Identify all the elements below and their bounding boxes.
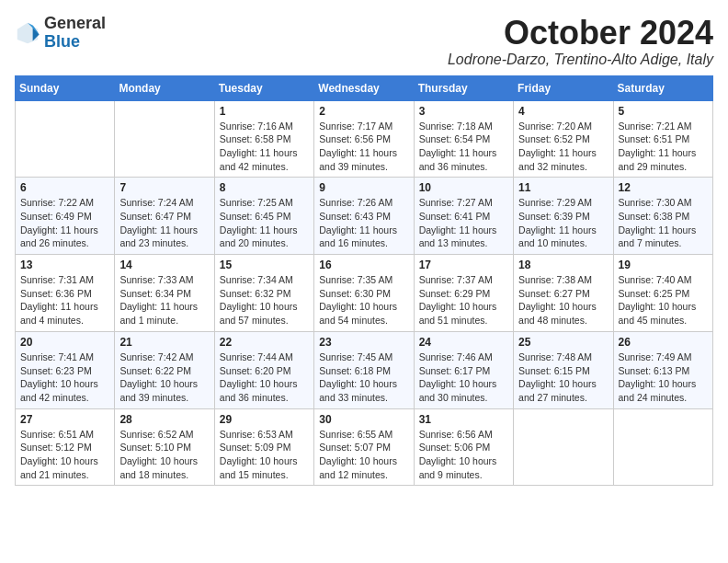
day-number: 30	[319, 413, 408, 426]
calendar-cell: 4Sunrise: 7:20 AM Sunset: 6:52 PM Daylig…	[514, 100, 613, 178]
day-number: 14	[119, 259, 209, 271]
calendar-cell: 28Sunrise: 6:52 AM Sunset: 5:10 PM Dayli…	[115, 408, 214, 486]
day-number: 17	[419, 259, 508, 271]
day-number: 10	[419, 181, 508, 194]
day-info: Sunrise: 6:52 AM Sunset: 5:10 PM Dayligh…	[119, 428, 209, 482]
day-info: Sunrise: 7:18 AM Sunset: 6:54 PM Dayligh…	[419, 120, 508, 174]
day-info: Sunrise: 6:53 AM Sunset: 5:09 PM Dayligh…	[220, 428, 309, 482]
calendar-cell: 21Sunrise: 7:42 AM Sunset: 6:22 PM Dayli…	[115, 331, 214, 408]
calendar-cell: 26Sunrise: 7:49 AM Sunset: 6:13 PM Dayli…	[613, 331, 712, 408]
calendar-week-row: 1Sunrise: 7:16 AM Sunset: 6:58 PM Daylig…	[16, 100, 713, 178]
location-subtitle: Lodrone-Darzo, Trentino-Alto Adige, Ital…	[448, 52, 713, 68]
calendar-week-row: 27Sunrise: 6:51 AM Sunset: 5:12 PM Dayli…	[16, 408, 713, 486]
day-info: Sunrise: 7:42 AM Sunset: 6:22 PM Dayligh…	[119, 350, 209, 405]
day-number: 18	[518, 259, 608, 271]
day-number: 3	[419, 105, 508, 118]
page-header: General Blue October 2024 Lodrone-Darzo,…	[15, 15, 713, 68]
logo-blue-text: Blue	[44, 32, 80, 51]
day-info: Sunrise: 7:35 AM Sunset: 6:30 PM Dayligh…	[319, 273, 408, 327]
calendar-cell: 8Sunrise: 7:25 AM Sunset: 6:45 PM Daylig…	[214, 178, 313, 255]
column-header-friday: Friday	[514, 75, 613, 100]
day-info: Sunrise: 7:46 AM Sunset: 6:17 PM Dayligh…	[419, 350, 508, 405]
day-number: 2	[319, 105, 408, 118]
calendar-cell: 27Sunrise: 6:51 AM Sunset: 5:12 PM Dayli…	[16, 408, 115, 486]
day-number: 13	[20, 259, 109, 271]
day-info: Sunrise: 7:40 AM Sunset: 6:25 PM Dayligh…	[619, 273, 708, 327]
day-info: Sunrise: 7:38 AM Sunset: 6:27 PM Dayligh…	[518, 273, 608, 327]
day-info: Sunrise: 7:41 AM Sunset: 6:23 PM Dayligh…	[20, 350, 109, 405]
calendar-cell: 12Sunrise: 7:30 AM Sunset: 6:38 PM Dayli…	[613, 178, 712, 255]
logo-icon	[15, 20, 40, 46]
day-info: Sunrise: 7:29 AM Sunset: 6:39 PM Dayligh…	[518, 196, 608, 250]
day-info: Sunrise: 7:45 AM Sunset: 6:18 PM Dayligh…	[319, 350, 408, 405]
day-info: Sunrise: 7:30 AM Sunset: 6:38 PM Dayligh…	[619, 196, 708, 250]
column-header-wednesday: Wednesday	[314, 75, 414, 100]
day-info: Sunrise: 7:49 AM Sunset: 6:13 PM Dayligh…	[619, 350, 708, 405]
day-info: Sunrise: 7:20 AM Sunset: 6:52 PM Dayligh…	[518, 120, 608, 174]
logo-general-text: General	[44, 14, 106, 32]
day-number: 24	[419, 336, 508, 349]
day-number: 6	[20, 181, 109, 194]
column-header-saturday: Saturday	[613, 75, 712, 100]
column-header-thursday: Thursday	[414, 75, 513, 100]
calendar-cell: 9Sunrise: 7:26 AM Sunset: 6:43 PM Daylig…	[314, 178, 414, 255]
day-info: Sunrise: 7:22 AM Sunset: 6:49 PM Dayligh…	[20, 196, 109, 250]
calendar-cell: 23Sunrise: 7:45 AM Sunset: 6:18 PM Dayli…	[314, 331, 414, 408]
day-number: 22	[220, 336, 309, 349]
day-info: Sunrise: 7:37 AM Sunset: 6:29 PM Dayligh…	[419, 273, 508, 327]
calendar-table: SundayMondayTuesdayWednesdayThursdayFrid…	[15, 75, 713, 487]
day-info: Sunrise: 7:17 AM Sunset: 6:56 PM Dayligh…	[319, 120, 408, 174]
calendar-cell: 5Sunrise: 7:21 AM Sunset: 6:51 PM Daylig…	[613, 100, 712, 178]
day-number: 20	[20, 336, 109, 349]
day-info: Sunrise: 7:27 AM Sunset: 6:41 PM Dayligh…	[419, 196, 508, 250]
day-number: 16	[319, 259, 408, 271]
day-info: Sunrise: 6:56 AM Sunset: 5:06 PM Dayligh…	[419, 428, 508, 482]
calendar-cell: 30Sunrise: 6:55 AM Sunset: 5:07 PM Dayli…	[314, 408, 414, 486]
day-number: 15	[220, 259, 309, 271]
calendar-cell: 6Sunrise: 7:22 AM Sunset: 6:49 PM Daylig…	[16, 178, 115, 255]
day-info: Sunrise: 6:51 AM Sunset: 5:12 PM Dayligh…	[20, 428, 109, 482]
calendar-cell	[16, 100, 115, 178]
day-number: 27	[20, 413, 109, 426]
calendar-cell: 1Sunrise: 7:16 AM Sunset: 6:58 PM Daylig…	[214, 100, 313, 178]
calendar-cell: 17Sunrise: 7:37 AM Sunset: 6:29 PM Dayli…	[414, 255, 513, 332]
calendar-cell: 18Sunrise: 7:38 AM Sunset: 6:27 PM Dayli…	[514, 255, 613, 332]
logo: General Blue	[15, 15, 106, 52]
calendar-cell	[613, 408, 712, 486]
day-number: 19	[619, 259, 708, 271]
calendar-cell: 2Sunrise: 7:17 AM Sunset: 6:56 PM Daylig…	[314, 100, 414, 178]
calendar-cell	[514, 408, 613, 486]
calendar-cell: 25Sunrise: 7:48 AM Sunset: 6:15 PM Dayli…	[514, 331, 613, 408]
day-info: Sunrise: 7:48 AM Sunset: 6:15 PM Dayligh…	[518, 350, 608, 405]
day-number: 12	[619, 181, 708, 194]
day-info: Sunrise: 7:21 AM Sunset: 6:51 PM Dayligh…	[619, 120, 708, 174]
day-info: Sunrise: 7:24 AM Sunset: 6:47 PM Dayligh…	[119, 196, 209, 250]
calendar-cell: 13Sunrise: 7:31 AM Sunset: 6:36 PM Dayli…	[16, 255, 115, 332]
calendar-cell: 11Sunrise: 7:29 AM Sunset: 6:39 PM Dayli…	[514, 178, 613, 255]
day-number: 29	[220, 413, 309, 426]
day-number: 1	[220, 105, 309, 118]
day-info: Sunrise: 7:44 AM Sunset: 6:20 PM Dayligh…	[220, 350, 309, 405]
day-info: Sunrise: 7:25 AM Sunset: 6:45 PM Dayligh…	[220, 196, 309, 250]
column-header-tuesday: Tuesday	[214, 75, 313, 100]
day-number: 4	[518, 105, 608, 118]
calendar-cell: 3Sunrise: 7:18 AM Sunset: 6:54 PM Daylig…	[414, 100, 513, 178]
calendar-cell: 14Sunrise: 7:33 AM Sunset: 6:34 PM Dayli…	[115, 255, 214, 332]
day-number: 26	[619, 336, 708, 349]
calendar-cell: 22Sunrise: 7:44 AM Sunset: 6:20 PM Dayli…	[214, 331, 313, 408]
calendar-cell: 7Sunrise: 7:24 AM Sunset: 6:47 PM Daylig…	[115, 178, 214, 255]
month-title: October 2024	[448, 15, 713, 52]
day-number: 9	[319, 181, 408, 194]
calendar-cell: 19Sunrise: 7:40 AM Sunset: 6:25 PM Dayli…	[613, 255, 712, 332]
day-number: 28	[119, 413, 209, 426]
day-number: 25	[518, 336, 608, 349]
day-number: 31	[419, 413, 508, 426]
day-info: Sunrise: 7:33 AM Sunset: 6:34 PM Dayligh…	[119, 273, 209, 327]
day-number: 5	[619, 105, 708, 118]
calendar-header-row: SundayMondayTuesdayWednesdayThursdayFrid…	[16, 75, 713, 100]
title-block: October 2024 Lodrone-Darzo, Trentino-Alt…	[448, 15, 713, 68]
day-info: Sunrise: 7:34 AM Sunset: 6:32 PM Dayligh…	[220, 273, 309, 327]
calendar-cell: 10Sunrise: 7:27 AM Sunset: 6:41 PM Dayli…	[414, 178, 513, 255]
day-info: Sunrise: 7:31 AM Sunset: 6:36 PM Dayligh…	[20, 273, 109, 327]
day-number: 8	[220, 181, 309, 194]
